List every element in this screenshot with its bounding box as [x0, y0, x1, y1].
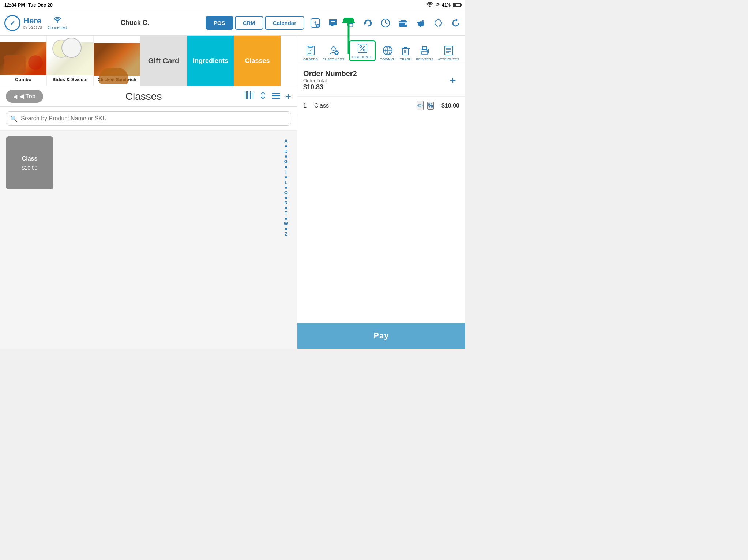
top-button[interactable]: ◀ Top — [6, 90, 43, 103]
refresh-icon[interactable] — [451, 18, 461, 28]
townvu-icon-btn[interactable]: TOWNVU — [380, 45, 396, 61]
battery-icon — [453, 3, 461, 7]
customers-icon-btn[interactable]: CUSTOMERS — [323, 45, 345, 61]
alpha-G[interactable]: G — [284, 158, 288, 165]
svg-rect-34 — [272, 95, 280, 96]
category-chicken[interactable]: Chicken Sandwich — [94, 36, 140, 86]
alpha-Z[interactable]: Z — [285, 231, 287, 237]
order-items-list: 1 Class ✏ % $10.00 — [297, 97, 465, 323]
sides-label: Sides & Sweets — [52, 77, 87, 82]
item-percent-button[interactable]: % — [427, 102, 434, 110]
order-info: Order Number2 Order Total $10.83 — [303, 69, 357, 91]
add-product-icon[interactable]: + — [285, 91, 291, 102]
pay-button[interactable]: Pay — [297, 323, 465, 349]
item-price: $10.00 — [437, 102, 459, 109]
tab-pos[interactable]: POS — [206, 16, 233, 30]
add-order-button[interactable]: + — [446, 74, 459, 87]
category-combo[interactable]: Combo — [0, 36, 47, 86]
top-icon-bar: t ⚙ — [310, 18, 461, 28]
order-item-row: 1 Class ✏ % $10.00 — [297, 97, 465, 115]
svg-point-18 — [417, 22, 420, 24]
svg-point-40 — [332, 47, 335, 50]
barcode-icon[interactable] — [244, 91, 254, 102]
alpha-index: A D G I L O R T W Z — [281, 136, 291, 343]
alpha-dot-1 — [285, 145, 287, 147]
header-bar: ✓ Here by SalesVu Connected Chuck C. POS… — [0, 10, 465, 36]
logo-area: ✓ Here by SalesVu — [4, 15, 42, 31]
order-number: Order Number2 — [303, 69, 357, 78]
alpha-R[interactable]: R — [284, 200, 287, 206]
orders-icon-btn[interactable]: ORDERS — [303, 45, 318, 61]
status-bar: 12:34 PM Tue Dec 20 @ 41% — [0, 0, 465, 10]
svg-text:⚙: ⚙ — [317, 25, 319, 28]
wifi-icon — [53, 16, 62, 25]
app-name: Here — [23, 16, 42, 25]
piggy-bank-icon[interactable] — [416, 18, 426, 28]
sort-icon[interactable] — [259, 91, 267, 102]
item-name: Class — [314, 102, 413, 109]
wallet-icon[interactable] — [398, 18, 408, 28]
svg-rect-30 — [252, 91, 252, 99]
chat-icon[interactable] — [328, 18, 338, 28]
alpha-W[interactable]: W — [284, 221, 288, 227]
products-title: Classes — [48, 91, 240, 102]
alpha-I[interactable]: I — [285, 169, 287, 176]
classes-label: Classes — [242, 54, 272, 68]
user-name: Chuck C. — [73, 19, 197, 27]
customers-label: CUSTOMERS — [323, 57, 345, 61]
category-classes[interactable]: Classes — [234, 36, 281, 86]
search-wrapper — [6, 111, 291, 126]
category-giftcard[interactable]: Gift Card — [140, 36, 187, 86]
wifi-status-icon — [426, 2, 433, 8]
discounts-icon-btn[interactable]: DISCOUNTS — [349, 40, 376, 61]
alpha-D[interactable]: D — [284, 148, 287, 155]
trash-icon-btn[interactable]: TRASH — [400, 45, 411, 61]
alpha-A[interactable]: A — [284, 138, 287, 144]
clock-icon[interactable] — [380, 18, 391, 28]
alpha-dot-9 — [285, 228, 287, 230]
search-input[interactable] — [6, 111, 291, 126]
svg-point-60 — [427, 50, 428, 51]
undo-icon[interactable] — [363, 18, 373, 28]
svg-rect-22 — [422, 26, 422, 27]
nav-tabs: POS CRM Calendar — [206, 16, 304, 30]
date: Tue Dec 20 — [28, 2, 53, 8]
combo-image — [0, 42, 46, 75]
tab-calendar[interactable]: Calendar — [265, 16, 304, 30]
alpha-T[interactable]: T — [285, 210, 287, 217]
category-sides[interactable]: Sides & Sweets — [47, 36, 94, 86]
alpha-O[interactable]: O — [284, 189, 288, 196]
svg-rect-25 — [245, 91, 245, 99]
svg-line-14 — [386, 23, 387, 24]
combo-label: Combo — [15, 77, 31, 82]
settings-icon[interactable] — [433, 18, 443, 28]
alpha-dot-4 — [285, 176, 287, 178]
printers-label: PRINTERS — [416, 57, 433, 61]
sides-image — [47, 42, 93, 75]
alpha-dot-8 — [285, 218, 287, 220]
item-edit-button[interactable]: ✏ — [417, 101, 424, 110]
svg-point-37 — [309, 48, 312, 50]
order-total-amount: $10.83 — [303, 83, 357, 91]
category-ingredients[interactable]: Ingredients — [187, 36, 234, 86]
order-total-label: Order Total — [303, 78, 357, 83]
left-panel: Combo Sides & Sweets Chicken Sandwich Gi… — [0, 36, 297, 349]
svg-rect-19 — [422, 20, 424, 22]
svg-rect-4 — [331, 21, 335, 22]
t-settings-icon[interactable]: t ⚙ — [310, 18, 320, 28]
alpha-L[interactable]: L — [285, 179, 287, 186]
svg-point-9 — [353, 22, 354, 23]
svg-rect-8 — [348, 24, 353, 27]
menu-icon[interactable] — [272, 92, 280, 101]
alpha-dot-2 — [285, 155, 287, 158]
svg-rect-31 — [253, 91, 253, 99]
logo-text: Here by SalesVu — [23, 16, 42, 29]
ingredients-label: Ingredients — [190, 54, 231, 68]
printers-icon-btn[interactable]: PRINTERS — [416, 45, 433, 61]
products-area: Class $10.00 A D G I L O R T — [0, 131, 297, 349]
product-card-class[interactable]: Class $10.00 — [6, 136, 53, 189]
attributes-icon-btn[interactable]: ATTRIBUTES — [438, 45, 459, 61]
printer-header-icon[interactable] — [345, 18, 356, 28]
category-row: Combo Sides & Sweets Chicken Sandwich Gi… — [0, 36, 297, 86]
tab-crm[interactable]: CRM — [235, 16, 263, 30]
